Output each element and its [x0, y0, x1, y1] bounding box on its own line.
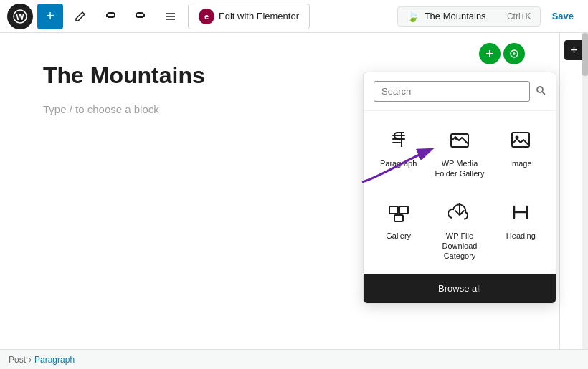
inserter-search-container — [364, 72, 556, 111]
paragraph-label: Paragraph — [380, 158, 417, 168]
post-title-shortcut: The Mountains — [425, 11, 501, 21]
scrollbar[interactable] — [582, 33, 588, 349]
status-paragraph-link[interactable]: Paragraph — [34, 355, 75, 365]
browse-all-button[interactable]: Browse all — [364, 274, 556, 303]
heading-icon — [506, 198, 535, 226]
image-icon — [506, 125, 535, 154]
status-post-label: Post — [9, 355, 26, 365]
block-inserter-popup: ParagraphWP Media Folder GalleryImageGal… — [363, 72, 556, 304]
redo-button[interactable] — [128, 4, 153, 29]
block-item-gallery[interactable]: Gallery — [369, 189, 427, 269]
wp-file-download-category-icon — [445, 198, 474, 226]
edit-elementor-label: Edit with Elementor — [219, 11, 299, 21]
paragraph-icon — [384, 125, 413, 154]
svg-text:W: W — [16, 12, 24, 22]
gallery-icon — [384, 198, 413, 226]
svg-point-10 — [455, 137, 457, 140]
block-item-heading[interactable]: Heading — [492, 189, 550, 269]
svg-rect-13 — [389, 206, 398, 214]
gallery-label: Gallery — [386, 231, 411, 241]
svg-rect-15 — [394, 215, 403, 221]
toolbar: W + e Edit with Elementor 🍃 — [0, 0, 588, 33]
command-palette-trigger[interactable]: 🍃 The Mountains Ctrl+K — [397, 6, 541, 27]
edit-elementor-button[interactable]: e Edit with Elementor — [188, 4, 310, 29]
block-item-image[interactable]: Image — [492, 117, 550, 186]
wp-media-folder-gallery-icon — [445, 125, 474, 154]
side-toolbar: + — [559, 33, 588, 349]
svg-rect-14 — [399, 206, 408, 214]
side-add-button[interactable]: + — [564, 40, 584, 60]
green-action-button[interactable] — [479, 43, 501, 64]
edit-tool-button[interactable] — [67, 4, 93, 29]
save-button[interactable]: Save — [545, 6, 581, 26]
wp-media-folder-gallery-label: WP Media Folder Gallery — [435, 158, 484, 179]
block-item-wp-file-download-category[interactable]: WP File Download Category — [430, 189, 488, 269]
keyboard-shortcut: Ctrl+K — [507, 11, 531, 21]
scrollbar-thumb — [582, 33, 588, 76]
wp-logo[interactable]: W — [7, 4, 33, 29]
block-search-input[interactable] — [374, 81, 530, 102]
floating-actions — [479, 43, 525, 64]
block-item-wp-media-folder-gallery[interactable]: WP Media Folder Gallery — [430, 117, 488, 186]
tools-button[interactable] — [158, 4, 184, 29]
svg-rect-11 — [512, 133, 529, 147]
heading-label: Heading — [506, 231, 536, 241]
elementor-icon: e — [199, 9, 214, 24]
grammarly-button[interactable] — [503, 43, 525, 64]
blocks-grid: ParagraphWP Media Folder GalleryImageGal… — [364, 111, 556, 274]
leaf-icon: 🍃 — [407, 11, 419, 22]
status-bar: Post › Paragraph — [0, 349, 588, 369]
svg-line-8 — [543, 92, 546, 95]
add-block-button[interactable]: + — [37, 4, 63, 29]
search-submit-button[interactable] — [536, 85, 546, 97]
svg-point-12 — [516, 136, 519, 140]
status-separator: › — [29, 355, 32, 365]
image-label: Image — [510, 158, 532, 168]
wp-file-download-category-label: WP File Download Category — [435, 231, 484, 262]
main-content: The Mountains Type / to choose a block — [0, 33, 588, 349]
undo-button[interactable] — [98, 4, 123, 29]
svg-point-7 — [537, 87, 543, 92]
block-item-paragraph[interactable]: Paragraph — [369, 117, 427, 186]
